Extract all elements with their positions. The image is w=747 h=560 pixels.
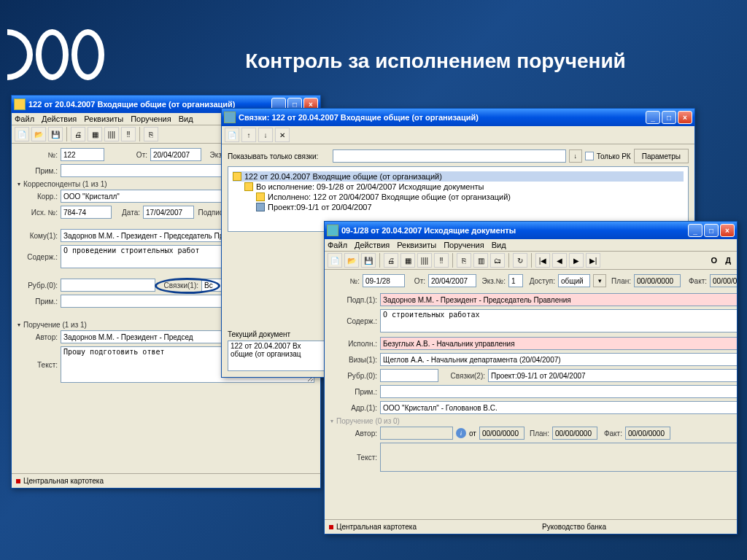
field-soderz[interactable]: О строительных работах <box>380 309 737 332</box>
tb-save-icon[interactable]: 💾 <box>48 127 63 141</box>
tb-doc-icon[interactable]: 📄 <box>225 128 239 142</box>
tb-print-icon[interactable]: 🖨 <box>384 253 398 268</box>
tb-new-icon[interactable]: 📄 <box>15 127 29 141</box>
tb-next-icon[interactable]: ▶ <box>569 253 584 268</box>
field-no[interactable] <box>363 274 405 287</box>
field-rubr[interactable] <box>61 279 155 292</box>
field-ekz[interactable] <box>508 274 523 287</box>
field-dostup[interactable] <box>558 274 590 287</box>
field-avtor[interactable] <box>380 427 453 440</box>
window-icon <box>14 98 26 110</box>
field-vizy[interactable] <box>380 353 737 366</box>
field-prim[interactable] <box>380 385 737 398</box>
tb-open-icon[interactable]: 📂 <box>31 127 46 141</box>
label-svyazki: Связки(2): <box>441 372 485 380</box>
maximize-button[interactable]: □ <box>662 111 676 124</box>
tb-open-icon[interactable]: 📂 <box>344 253 359 268</box>
field-showlinks[interactable] <box>333 149 566 163</box>
tb-barcode-icon[interactable]: |||| <box>417 253 432 268</box>
label-soderz: Содерж.: <box>18 253 58 261</box>
tb-barcode-icon[interactable]: |||| <box>104 127 119 141</box>
menu-orders[interactable]: Поручения <box>444 241 484 249</box>
field-avtor-plan[interactable] <box>552 427 597 440</box>
maximize-button[interactable]: □ <box>704 224 719 237</box>
statusbar: Центральная картотека Руководство банка <box>325 519 737 534</box>
tb-props-icon[interactable]: ▦ <box>400 253 415 268</box>
field-data[interactable] <box>143 206 194 219</box>
field-ispol[interactable] <box>380 337 737 350</box>
titlebar[interactable]: 09-1/28 от 20.04.2007 Исходящие документ… <box>325 222 737 239</box>
button-params[interactable]: Параметры <box>634 149 689 163</box>
menu-file[interactable]: Файл <box>15 114 34 123</box>
menu-actions[interactable]: Действия <box>42 114 77 123</box>
checkbox-onlyrk[interactable] <box>585 152 594 160</box>
titlebar[interactable]: Связки: 122 от 20.04.2007 Входящие общие… <box>222 109 694 126</box>
page-title: Контроль за исполнением поручений <box>146 50 725 73</box>
menu-view[interactable]: Вид <box>492 241 506 249</box>
tree-root[interactable]: 122 от 20.04.2007 Входящие общие (от орг… <box>233 171 684 182</box>
menu-file[interactable]: Файл <box>328 241 347 249</box>
tb-exclaim-icon[interactable]: ‼ <box>121 127 136 141</box>
dropdown-button[interactable]: ↓ <box>569 149 582 163</box>
tb-up-icon[interactable]: ↑ <box>241 128 256 142</box>
field-podl[interactable] <box>380 293 737 306</box>
label-dostup: Доступ: <box>526 277 555 285</box>
marker-od: О Д <box>711 256 734 265</box>
field-rubr[interactable] <box>380 369 438 382</box>
tb-refresh-icon[interactable]: ↻ <box>513 253 527 268</box>
menu-requisites[interactable]: Реквизиты <box>397 241 436 249</box>
field-ot[interactable] <box>428 274 476 287</box>
tb-prev-icon[interactable]: ◀ <box>552 253 567 268</box>
close-button[interactable]: × <box>678 111 692 124</box>
menu-requisites[interactable]: Реквизиты <box>84 114 123 123</box>
minimize-button[interactable]: _ <box>646 111 660 124</box>
label-prim: Прим.: <box>18 167 58 175</box>
tb-doc2-icon[interactable]: ▥ <box>473 253 488 268</box>
tb-new-icon[interactable]: 📄 <box>328 253 342 268</box>
tb-down-icon[interactable]: ↓ <box>258 128 273 142</box>
separator-icon <box>531 253 532 268</box>
tb-first-icon[interactable]: |◀ <box>535 253 550 268</box>
field-svyazki[interactable] <box>201 279 223 292</box>
label-plan: План: <box>609 277 631 285</box>
section-poruch[interactable]: Поручение (0 из 0) <box>330 417 737 425</box>
tb-exclaim-icon[interactable]: ‼ <box>434 253 449 268</box>
field-svyazki[interactable] <box>488 369 737 382</box>
field-avtor-fakt[interactable] <box>625 427 670 440</box>
tree-item[interactable]: Исполнено: 122 от 20/04/2007 Входящие об… <box>233 192 684 202</box>
field-ot[interactable] <box>150 148 201 161</box>
separator-icon <box>66 127 67 141</box>
field-tekst[interactable] <box>380 443 737 472</box>
menu-orders[interactable]: Поручения <box>131 114 171 123</box>
menu-view[interactable]: Вид <box>179 114 193 123</box>
label-adr: Адр.(1): <box>330 404 377 412</box>
close-button[interactable]: × <box>720 224 735 237</box>
tb-print-icon[interactable]: 🖨 <box>71 127 85 141</box>
status-text: Центральная картотека <box>336 523 417 531</box>
minimize-button[interactable]: _ <box>688 224 703 237</box>
status-dot-icon <box>16 479 20 483</box>
dropdown-button[interactable]: ▾ <box>593 274 606 287</box>
field-avtor-ot[interactable] <box>479 427 525 440</box>
label-ekz: Экз.№: <box>479 277 506 285</box>
tree-item[interactable]: Проект:09-1/1 от 20/04/2007 <box>233 202 684 212</box>
field-adr[interactable] <box>380 401 737 414</box>
tb-properties-icon[interactable]: ▦ <box>88 127 102 141</box>
window-icon <box>224 112 236 123</box>
window-title: Связки: 122 от 20.04.2007 Входящие общие… <box>239 113 646 122</box>
menu-actions[interactable]: Действия <box>355 241 390 249</box>
tb-last-icon[interactable]: ▶| <box>586 253 600 268</box>
tb-copy-icon[interactable]: ⎘ <box>144 127 158 141</box>
label-rubr: Рубр.(0): <box>330 372 377 380</box>
tree-item[interactable]: Во исполнение: 09-1/28 от 20/04/2007 Исх… <box>233 182 684 192</box>
field-no[interactable] <box>61 148 104 161</box>
tb-delete-icon[interactable]: ✕ <box>275 128 290 142</box>
field-fakt[interactable] <box>710 274 737 287</box>
label-avtor: Автор: <box>18 333 58 341</box>
info-icon[interactable]: i <box>456 428 466 438</box>
field-plan[interactable] <box>634 274 681 287</box>
tb-card-icon[interactable]: 🗂 <box>490 253 505 268</box>
field-isx[interactable] <box>61 206 112 219</box>
tb-copy-icon[interactable]: ⎘ <box>457 253 471 268</box>
tb-save-icon[interactable]: 💾 <box>361 253 376 268</box>
